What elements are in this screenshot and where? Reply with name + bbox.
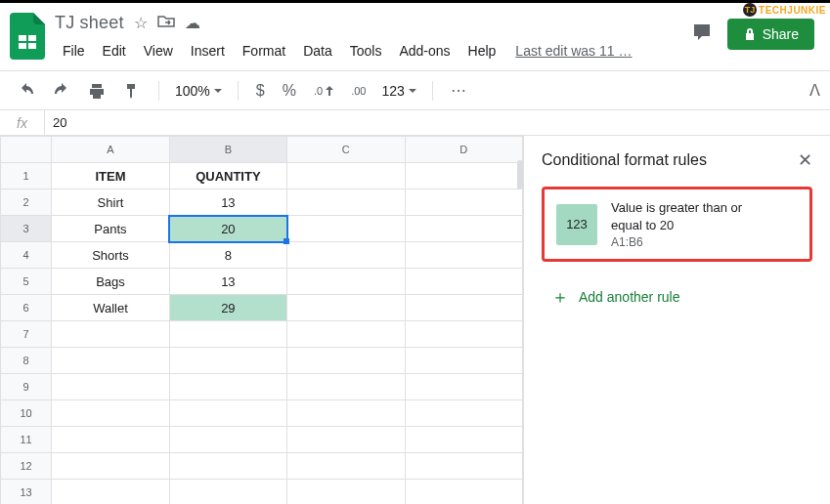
cell-D4[interactable] (405, 242, 522, 269)
row-header-10[interactable]: 10 (1, 400, 52, 427)
cell-A2[interactable]: Shirt (52, 189, 169, 216)
add-rule-button[interactable]: ＋ Add another rule (542, 279, 812, 315)
menu-insert[interactable]: Insert (183, 39, 233, 63)
cell-C2[interactable] (287, 189, 405, 216)
cell-A12[interactable] (52, 453, 169, 480)
decrease-decimal-button[interactable]: .0 (308, 81, 339, 101)
cell-C7[interactable] (287, 321, 405, 348)
cell-A3[interactable]: Pants (52, 216, 169, 242)
cell-A11[interactable] (52, 427, 169, 453)
col-header-B[interactable]: B (169, 137, 286, 163)
menu-view[interactable]: View (136, 39, 181, 63)
cell-A6[interactable]: Wallet (52, 295, 169, 321)
cell-B5[interactable]: 13 (169, 269, 286, 295)
star-icon[interactable]: ☆ (134, 14, 148, 32)
share-button[interactable]: Share (727, 19, 814, 50)
cell-A9[interactable] (52, 374, 169, 400)
row-header-4[interactable]: 4 (1, 242, 52, 269)
cloud-status-icon[interactable]: ☁ (185, 14, 200, 32)
doc-title[interactable]: TJ sheet (55, 13, 124, 33)
cell-B13[interactable] (169, 480, 286, 505)
menu-format[interactable]: Format (235, 39, 293, 63)
spreadsheet-grid[interactable]: ABCD1ITEMQUANTITY2Shirt133Pants204Shorts… (0, 136, 524, 504)
cell-A5[interactable]: Bags (52, 269, 169, 295)
cell-C9[interactable] (287, 374, 405, 400)
paint-format-button[interactable] (117, 78, 147, 104)
print-button[interactable] (82, 78, 111, 104)
cell-A1[interactable]: ITEM (52, 163, 169, 189)
row-header-11[interactable]: 11 (1, 427, 52, 453)
menu-file[interactable]: File (55, 39, 93, 63)
last-edit-link[interactable]: Last edit was 11 … (515, 43, 632, 59)
cell-B12[interactable] (169, 453, 286, 480)
row-header-8[interactable]: 8 (1, 348, 52, 374)
cell-D7[interactable] (405, 321, 522, 348)
cell-B8[interactable] (169, 348, 286, 374)
row-header-6[interactable]: 6 (1, 295, 52, 321)
cell-D12[interactable] (405, 453, 522, 480)
cell-D13[interactable] (405, 480, 522, 505)
format-rule-card[interactable]: 123 Value is greater than or equal to 20… (542, 187, 812, 262)
cell-B7[interactable] (169, 321, 286, 348)
cell-C12[interactable] (287, 453, 405, 480)
cell-D8[interactable] (405, 348, 522, 374)
col-header-D[interactable]: D (405, 137, 522, 163)
menu-tools[interactable]: Tools (342, 39, 390, 63)
row-header-7[interactable]: 7 (1, 321, 52, 348)
cell-B6[interactable]: 29 (169, 295, 286, 321)
row-header-12[interactable]: 12 (1, 453, 52, 480)
col-header-A[interactable]: A (52, 137, 169, 163)
cell-A8[interactable] (52, 348, 169, 374)
increase-decimal-button[interactable]: .00 (345, 81, 371, 101)
formula-input[interactable] (45, 115, 830, 130)
format-currency-button[interactable]: $ (250, 78, 271, 104)
format-percent-button[interactable]: % (277, 78, 302, 104)
row-header-1[interactable]: 1 (1, 163, 52, 189)
cell-B4[interactable]: 8 (169, 242, 286, 269)
menu-addons[interactable]: Add-ons (391, 39, 458, 63)
cell-D5[interactable] (405, 269, 522, 295)
row-header-9[interactable]: 9 (1, 374, 52, 400)
cell-D3[interactable] (405, 216, 522, 242)
cell-C11[interactable] (287, 427, 405, 453)
cell-B2[interactable]: 13 (169, 189, 286, 216)
row-header-3[interactable]: 3 (1, 216, 52, 242)
cell-C3[interactable] (287, 216, 405, 242)
cell-B11[interactable] (169, 427, 286, 453)
cell-C1[interactable] (287, 163, 405, 189)
scrollbar[interactable] (517, 160, 523, 189)
menu-help[interactable]: Help (460, 39, 504, 63)
cell-D10[interactable] (405, 400, 522, 427)
col-header-C[interactable]: C (287, 137, 405, 163)
cell-C4[interactable] (287, 242, 405, 269)
cell-D11[interactable] (405, 427, 522, 453)
cell-B1[interactable]: QUANTITY (169, 163, 286, 189)
cell-A13[interactable] (52, 480, 169, 505)
cell-D2[interactable] (405, 189, 522, 216)
cell-C13[interactable] (287, 480, 405, 505)
cell-A10[interactable] (52, 400, 169, 427)
menu-edit[interactable]: Edit (95, 39, 134, 63)
comment-history-icon[interactable] (690, 21, 714, 48)
row-header-5[interactable]: 5 (1, 269, 52, 295)
cell-D9[interactable] (405, 374, 522, 400)
collapse-toolbar-button[interactable]: ᐱ (809, 81, 820, 100)
zoom-dropdown[interactable]: 100% (171, 81, 226, 101)
row-header-13[interactable]: 13 (1, 480, 52, 505)
row-header-2[interactable]: 2 (1, 189, 52, 216)
cell-D1[interactable] (405, 163, 522, 189)
cell-D6[interactable] (405, 295, 522, 321)
select-all-cell[interactable] (1, 137, 52, 163)
sheets-logo-icon[interactable] (10, 13, 45, 60)
more-toolbar-button[interactable]: ⋯ (445, 77, 472, 104)
cell-A4[interactable]: Shorts (52, 242, 169, 269)
move-icon[interactable] (157, 14, 175, 31)
cell-B10[interactable] (169, 400, 286, 427)
cell-C5[interactable] (287, 269, 405, 295)
cell-C8[interactable] (287, 348, 405, 374)
undo-button[interactable] (12, 78, 41, 104)
cell-B3[interactable]: 20 (169, 216, 286, 242)
menu-data[interactable]: Data (295, 39, 340, 63)
redo-button[interactable] (47, 78, 76, 104)
cell-C6[interactable] (287, 295, 405, 321)
